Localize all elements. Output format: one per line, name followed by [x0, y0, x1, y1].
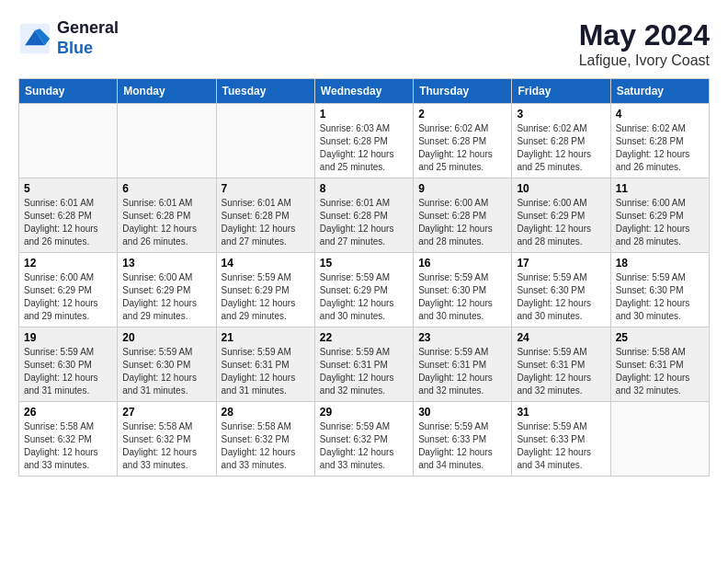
day-number: 31: [517, 406, 605, 419]
day-cell: 14Sunrise: 5:59 AMSunset: 6:29 PMDayligh…: [216, 253, 314, 327]
logo-text: General Blue: [57, 18, 119, 58]
week-row-2: 5Sunrise: 6:01 AMSunset: 6:28 PMDaylight…: [19, 178, 710, 253]
week-row-5: 26Sunrise: 5:58 AMSunset: 6:32 PMDayligh…: [19, 402, 710, 477]
title-block: May 2024 Lafigue, Ivory Coast: [579, 18, 710, 69]
logo-icon: [18, 22, 51, 55]
day-cell: 16Sunrise: 5:59 AMSunset: 6:30 PMDayligh…: [414, 253, 512, 327]
day-cell: 10Sunrise: 6:00 AMSunset: 6:29 PMDayligh…: [512, 178, 610, 253]
day-cell: 3Sunrise: 6:02 AMSunset: 6:28 PMDaylight…: [512, 104, 610, 178]
day-cell: 9Sunrise: 6:00 AMSunset: 6:28 PMDaylight…: [414, 178, 512, 253]
weekday-header-tuesday: Tuesday: [216, 79, 314, 104]
weekday-header-friday: Friday: [512, 79, 610, 104]
day-cell: 25Sunrise: 5:58 AMSunset: 6:31 PMDayligh…: [610, 327, 709, 402]
weekday-header-row: SundayMondayTuesdayWednesdayThursdayFrid…: [19, 79, 710, 104]
day-cell: 19Sunrise: 5:59 AMSunset: 6:30 PMDayligh…: [19, 327, 118, 402]
day-cell: 15Sunrise: 5:59 AMSunset: 6:29 PMDayligh…: [314, 253, 413, 327]
day-number: 16: [418, 257, 506, 270]
day-info: Sunrise: 6:00 AMSunset: 6:29 PMDaylight:…: [122, 271, 210, 323]
day-info: Sunrise: 6:02 AMSunset: 6:28 PMDaylight:…: [517, 122, 605, 174]
day-info: Sunrise: 6:01 AMSunset: 6:28 PMDaylight:…: [222, 197, 310, 248]
day-info: Sunrise: 5:58 AMSunset: 6:31 PMDaylight:…: [616, 346, 704, 397]
day-number: 8: [320, 182, 408, 195]
day-number: 15: [320, 257, 408, 270]
day-info: Sunrise: 6:02 AMSunset: 6:28 PMDaylight:…: [418, 122, 506, 174]
day-number: 27: [122, 406, 210, 419]
day-cell: 30Sunrise: 5:59 AMSunset: 6:33 PMDayligh…: [414, 402, 512, 477]
day-cell: 28Sunrise: 5:58 AMSunset: 6:32 PMDayligh…: [216, 402, 314, 477]
day-number: 17: [517, 257, 605, 270]
day-number: 24: [517, 331, 605, 344]
day-cell: 31Sunrise: 5:59 AMSunset: 6:33 PMDayligh…: [512, 402, 610, 477]
day-number: 13: [122, 257, 210, 270]
week-row-4: 19Sunrise: 5:59 AMSunset: 6:30 PMDayligh…: [19, 327, 710, 402]
day-cell: 20Sunrise: 5:59 AMSunset: 6:30 PMDayligh…: [118, 327, 216, 402]
day-cell: 5Sunrise: 6:01 AMSunset: 6:28 PMDaylight…: [19, 178, 118, 253]
day-number: 18: [616, 257, 704, 270]
day-info: Sunrise: 6:03 AMSunset: 6:28 PMDaylight:…: [320, 122, 408, 174]
day-number: 10: [517, 182, 605, 195]
day-info: Sunrise: 6:00 AMSunset: 6:28 PMDaylight:…: [418, 197, 506, 248]
day-number: 22: [320, 331, 408, 344]
day-cell: 27Sunrise: 5:58 AMSunset: 6:32 PMDayligh…: [118, 402, 216, 477]
day-cell: 6Sunrise: 6:01 AMSunset: 6:28 PMDaylight…: [118, 178, 216, 253]
day-number: 1: [320, 108, 408, 121]
day-cell: 2Sunrise: 6:02 AMSunset: 6:28 PMDaylight…: [414, 104, 512, 178]
logo-blue: Blue: [57, 39, 93, 57]
day-info: Sunrise: 5:59 AMSunset: 6:31 PMDaylight:…: [517, 346, 605, 397]
weekday-header-monday: Monday: [118, 79, 216, 104]
day-cell: 13Sunrise: 6:00 AMSunset: 6:29 PMDayligh…: [118, 253, 216, 327]
day-cell: 4Sunrise: 6:02 AMSunset: 6:28 PMDaylight…: [610, 104, 709, 178]
day-info: Sunrise: 5:59 AMSunset: 6:31 PMDaylight:…: [222, 346, 310, 397]
day-cell: 23Sunrise: 5:59 AMSunset: 6:31 PMDayligh…: [414, 327, 512, 402]
day-info: Sunrise: 6:00 AMSunset: 6:29 PMDaylight:…: [24, 271, 112, 323]
day-number: 20: [122, 331, 210, 344]
page-header: General Blue May 2024 Lafigue, Ivory Coa…: [18, 18, 710, 69]
day-cell: [19, 104, 118, 178]
location: Lafigue, Ivory Coast: [579, 52, 710, 69]
week-row-3: 12Sunrise: 6:00 AMSunset: 6:29 PMDayligh…: [19, 253, 710, 327]
day-cell: 12Sunrise: 6:00 AMSunset: 6:29 PMDayligh…: [19, 253, 118, 327]
day-info: Sunrise: 5:59 AMSunset: 6:30 PMDaylight:…: [517, 271, 605, 323]
day-cell: 29Sunrise: 5:59 AMSunset: 6:32 PMDayligh…: [314, 402, 413, 477]
day-cell: 11Sunrise: 6:00 AMSunset: 6:29 PMDayligh…: [610, 178, 709, 253]
day-info: Sunrise: 6:01 AMSunset: 6:28 PMDaylight:…: [122, 197, 210, 248]
day-number: 2: [418, 108, 506, 121]
day-info: Sunrise: 5:59 AMSunset: 6:31 PMDaylight:…: [418, 346, 506, 397]
day-info: Sunrise: 5:59 AMSunset: 6:33 PMDaylight:…: [418, 420, 506, 472]
logo: General Blue: [18, 18, 119, 58]
day-cell: 26Sunrise: 5:58 AMSunset: 6:32 PMDayligh…: [19, 402, 118, 477]
day-cell: 7Sunrise: 6:01 AMSunset: 6:28 PMDaylight…: [216, 178, 314, 253]
day-info: Sunrise: 6:02 AMSunset: 6:28 PMDaylight:…: [616, 122, 704, 174]
day-number: 4: [616, 108, 704, 121]
day-info: Sunrise: 6:00 AMSunset: 6:29 PMDaylight:…: [616, 197, 704, 248]
logo-general: General: [57, 18, 119, 37]
day-cell: 8Sunrise: 6:01 AMSunset: 6:28 PMDaylight…: [314, 178, 413, 253]
day-number: 6: [122, 182, 210, 195]
day-number: 5: [24, 182, 112, 195]
day-info: Sunrise: 5:58 AMSunset: 6:32 PMDaylight:…: [222, 420, 310, 472]
month-year: May 2024: [579, 18, 710, 52]
day-info: Sunrise: 6:00 AMSunset: 6:29 PMDaylight:…: [517, 197, 605, 248]
day-number: 11: [616, 182, 704, 195]
day-cell: 17Sunrise: 5:59 AMSunset: 6:30 PMDayligh…: [512, 253, 610, 327]
day-info: Sunrise: 5:59 AMSunset: 6:30 PMDaylight:…: [24, 346, 112, 397]
day-number: 19: [24, 331, 112, 344]
day-info: Sunrise: 5:59 AMSunset: 6:32 PMDaylight:…: [320, 420, 408, 472]
day-number: 23: [418, 331, 506, 344]
day-cell: 22Sunrise: 5:59 AMSunset: 6:31 PMDayligh…: [314, 327, 413, 402]
day-info: Sunrise: 5:59 AMSunset: 6:30 PMDaylight:…: [122, 346, 210, 397]
day-number: 25: [616, 331, 704, 344]
day-info: Sunrise: 5:59 AMSunset: 6:30 PMDaylight:…: [616, 271, 704, 323]
weekday-header-saturday: Saturday: [610, 79, 709, 104]
day-cell: 18Sunrise: 5:59 AMSunset: 6:30 PMDayligh…: [610, 253, 709, 327]
day-number: 9: [418, 182, 506, 195]
day-number: 7: [222, 182, 310, 195]
day-info: Sunrise: 6:01 AMSunset: 6:28 PMDaylight:…: [320, 197, 408, 248]
day-info: Sunrise: 5:58 AMSunset: 6:32 PMDaylight:…: [122, 420, 210, 472]
day-cell: [118, 104, 216, 178]
day-number: 14: [222, 257, 310, 270]
day-info: Sunrise: 5:58 AMSunset: 6:32 PMDaylight:…: [24, 420, 112, 472]
day-info: Sunrise: 5:59 AMSunset: 6:29 PMDaylight:…: [222, 271, 310, 323]
week-row-1: 1Sunrise: 6:03 AMSunset: 6:28 PMDaylight…: [19, 104, 710, 178]
weekday-header-sunday: Sunday: [19, 79, 118, 104]
